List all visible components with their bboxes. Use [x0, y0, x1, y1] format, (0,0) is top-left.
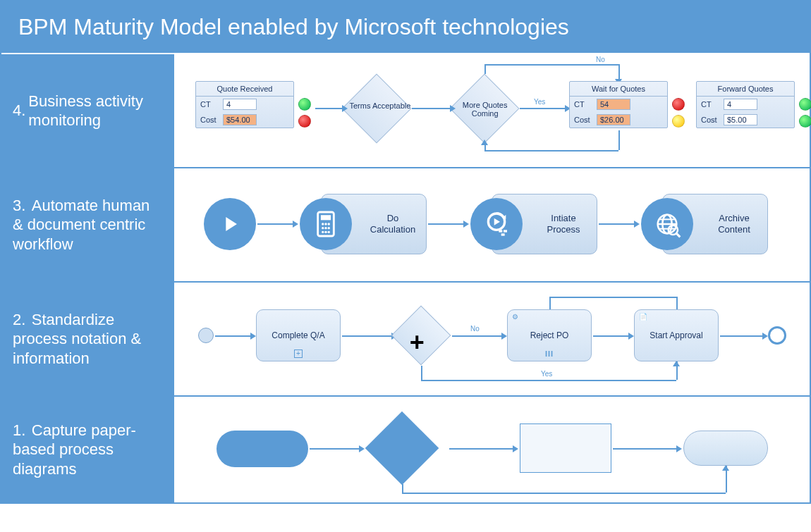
activity-title: Quote Received	[196, 82, 293, 97]
svg-rect-16	[501, 233, 505, 235]
row-1-num: 1.	[13, 421, 25, 439]
calculator-icon	[300, 198, 352, 250]
row-3-label: 3. Automate human & document centric wor…	[1, 168, 174, 281]
gateway-more-quotes: More Quotes Coming	[450, 74, 520, 144]
svg-point-5	[322, 227, 324, 229]
connector	[484, 150, 618, 151]
status-dot-green	[799, 115, 811, 128]
row-4: 4. Business activity monitoring Quote Re…	[1, 54, 810, 168]
task-complete-qa: Complete Q/A +	[256, 309, 341, 361]
activity-title: Wait for Quotes	[570, 82, 667, 97]
connector	[549, 297, 676, 298]
svg-rect-14	[499, 230, 502, 232]
status-dot-red	[672, 98, 685, 111]
row-4-text: Business activity monitoring	[28, 92, 163, 130]
activity-forward-quotes: Forward Quotes CT4 Cost$5.00	[696, 81, 795, 128]
arrow-head-icon	[450, 105, 456, 112]
process-shape	[520, 423, 611, 473]
gateway-label: More Quotes Coming	[453, 101, 517, 118]
connector	[428, 223, 463, 225]
status-dot-green	[799, 98, 811, 111]
connector	[593, 335, 628, 337]
connector	[520, 108, 565, 109]
row-4-num: 4.	[13, 101, 25, 120]
connector	[599, 223, 634, 225]
row-2-label: 2. Standardize process notation & inform…	[1, 283, 174, 395]
terminator-shape-light	[683, 431, 768, 466]
svg-point-4	[328, 223, 330, 225]
activity-wait-quotes: Wait for Quotes CT54 Cost$26.00	[569, 81, 668, 128]
shapes-canvas	[174, 397, 810, 502]
svg-marker-13	[494, 218, 500, 225]
task-label: Start Approval	[650, 330, 702, 340]
connector	[215, 335, 250, 337]
activity-quote-received: Quote Received CT4 Cost$54.00	[195, 81, 294, 128]
connector	[421, 366, 422, 380]
arrow-head-icon	[501, 333, 507, 340]
svg-point-2	[322, 223, 324, 225]
svg-point-6	[324, 227, 327, 229]
script-task-icon: 📄	[639, 313, 647, 321]
status-dot-green	[298, 98, 311, 111]
subprocess-marker-icon: +	[294, 349, 303, 358]
connector	[618, 130, 620, 150]
gateway-parallel: +	[391, 306, 451, 366]
svg-point-7	[328, 227, 330, 229]
row-2-text: Standardize process notation & informati…	[13, 311, 141, 367]
plus-icon: +	[410, 328, 451, 357]
activity-title: Forward Quotes	[697, 82, 794, 97]
arrow-head-icon	[359, 445, 365, 452]
gateway-label: Terms Acceptable	[348, 101, 412, 110]
arrow-head-icon	[676, 445, 682, 452]
arrow-head-icon	[250, 333, 256, 340]
connector	[342, 335, 391, 337]
arrow-head-icon	[722, 465, 729, 471]
diagram-frame: BPM Maturity Model enabled by Microsoft …	[0, 0, 811, 504]
wf-card-label: Intiate Process	[539, 213, 588, 235]
connector	[452, 335, 501, 337]
row-2-num: 2.	[13, 311, 25, 328]
gateway-terms-acceptable: Terms Acceptable	[342, 74, 412, 144]
wf-card-label: Do Calculation	[368, 213, 417, 235]
row-3-text: Automate human & document centric workfl…	[13, 197, 150, 253]
task-label: Reject PO	[530, 330, 569, 340]
connector	[484, 64, 486, 74]
svg-line-23	[676, 233, 680, 237]
connector	[549, 297, 551, 309]
row-3: 3. Automate human & document centric wor…	[1, 168, 810, 283]
svg-rect-15	[504, 230, 507, 232]
start-event-icon	[198, 328, 214, 343]
connector	[402, 484, 403, 493]
connector	[676, 297, 678, 309]
row-1: 1. Capture paper-based process diagrams	[1, 397, 810, 502]
svg-point-9	[324, 231, 327, 233]
connector	[449, 448, 513, 450]
multi-instance-icon: III	[545, 349, 554, 358]
arrow-head-icon	[762, 333, 768, 340]
connector-label-yes: Yes	[541, 370, 552, 378]
connector	[315, 108, 342, 109]
service-task-icon: ⚙	[512, 313, 518, 321]
connector	[402, 493, 726, 494]
svg-point-10	[328, 231, 330, 233]
connector-label-no: No	[470, 325, 480, 333]
task-reject-po: Reject PO ⚙ III	[507, 309, 592, 361]
arrow-head-icon	[293, 221, 298, 228]
decision-shape	[365, 412, 439, 485]
wf-card-label: Archive Content	[709, 213, 759, 235]
connector	[310, 448, 359, 450]
terminator-shape	[217, 431, 308, 467]
connector	[412, 108, 450, 109]
connector-label-yes: Yes	[534, 98, 545, 106]
status-dot-red	[298, 115, 311, 128]
workflow-canvas: Do Calculation Intiate Process Archive C…	[174, 168, 810, 281]
arrow-head-icon	[673, 361, 680, 366]
svg-point-3	[324, 223, 327, 225]
svg-point-8	[322, 231, 324, 233]
arrow-head-icon	[463, 221, 469, 228]
arrow-head-icon	[481, 140, 488, 145]
row-2: 2. Standardize process notation & inform…	[1, 283, 810, 397]
connector	[421, 380, 676, 381]
end-event-icon	[768, 326, 786, 345]
svg-point-22	[669, 225, 678, 235]
